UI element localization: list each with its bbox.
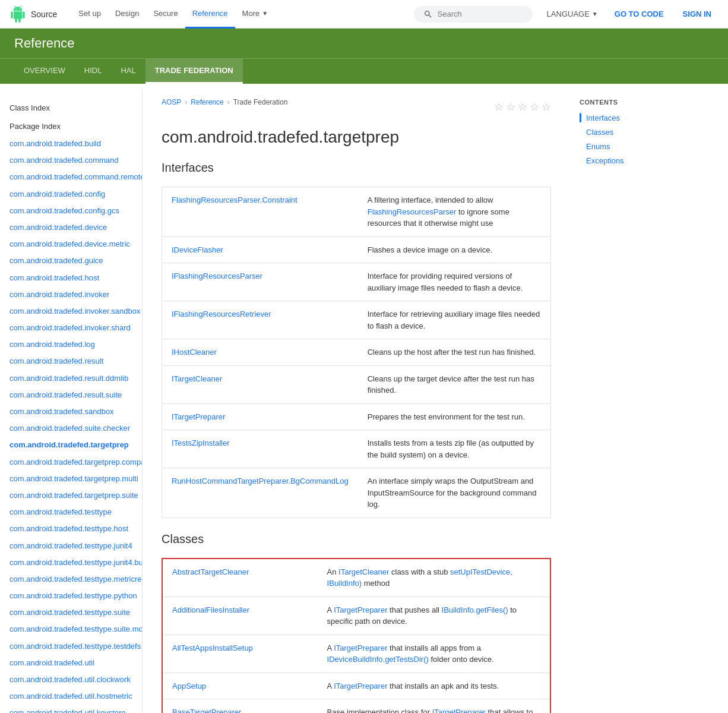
sidebar-item-host[interactable]: com.android.tradefed.host: [0, 270, 142, 286]
breadcrumb-aosp[interactable]: AOSP: [162, 98, 181, 106]
subnav-hidl[interactable]: HIDL: [75, 59, 112, 84]
subnav-overview[interactable]: OVERVIEW: [14, 59, 75, 84]
sidebar-item-util[interactable]: com.android.tradefed.util: [0, 655, 142, 671]
interface-link-runhostcommand[interactable]: RunHostCommandTargetPreparer.BgCommandLo…: [172, 477, 349, 485]
sidebar-item-config[interactable]: com.android.tradefed.config: [0, 186, 142, 203]
table-row: IFlashingResourcesRetriever Interface fo…: [162, 301, 551, 339]
interface-link-flashing-constraint[interactable]: FlashingResourcesParser.Constraint: [172, 195, 297, 204]
toc-classes[interactable]: Classes: [570, 125, 689, 139]
interface-link-iflashing-resources-parser[interactable]: IFlashingResourcesParser: [172, 272, 262, 280]
sidebar-item-invoker-sandbox[interactable]: com.android.tradefed.invoker.sandbox: [0, 303, 142, 320]
star-1[interactable]: ☆: [494, 100, 504, 113]
class-link-abstracttargetcleaner[interactable]: AbstractTargetCleaner: [172, 567, 249, 576]
sign-in-button[interactable]: SIGN IN: [676, 6, 718, 22]
toc-indicator-interfaces: [580, 113, 581, 122]
nav-secure[interactable]: Secure: [146, 0, 185, 29]
table-row: IDeviceFlasher Flashes a device image on…: [162, 236, 551, 263]
table-row: IHostCleaner Cleans up the host after th…: [162, 339, 551, 366]
sidebar-item-testtype-host[interactable]: com.android.tradefed.testtype.host: [0, 520, 142, 537]
logo[interactable]: Source: [10, 6, 57, 23]
sidebar-item-sandbox[interactable]: com.android.tradefed.sandbox: [0, 403, 142, 420]
sidebar-item-guice[interactable]: com.android.tradefed.guice: [0, 253, 142, 269]
inline-link-itargetpreparer-3[interactable]: ITargetPreparer: [334, 643, 387, 652]
right-sidebar: Contents Interfaces Classes Enums Except…: [570, 89, 689, 177]
sidebar-item-suite-checker[interactable]: com.android.tradefed.suite.checker: [0, 420, 142, 437]
breadcrumb-sep-2: ›: [227, 98, 230, 106]
sidebar-item-package-index[interactable]: Package Index: [0, 117, 142, 135]
interface-link-ideviceflasher[interactable]: IDeviceFlasher: [172, 245, 223, 254]
inline-link-itargetcleaner[interactable]: ITargetCleaner: [338, 567, 389, 576]
class-link-additionalfilesinstaller[interactable]: AdditionalFilesInstaller: [172, 605, 249, 614]
inline-link-idevicebuildinfo-gettestsdir[interactable]: IDeviceBuildInfo.getTestsDir(): [327, 655, 429, 664]
search-input[interactable]: [438, 10, 521, 18]
star-5[interactable]: ☆: [542, 100, 551, 113]
sidebar-item-device-metric[interactable]: com.android.tradefed.device.metric: [0, 236, 142, 253]
sidebar-item-testtype-junit4[interactable]: com.android.tradefed.testtype.junit4: [0, 538, 142, 554]
sidebar-item-invoker-shard[interactable]: com.android.tradefed.invoker.shard: [0, 320, 142, 336]
star-4[interactable]: ☆: [530, 100, 539, 113]
sidebar-item-result-ddmlib[interactable]: com.android.tradefed.result.ddmlib: [0, 370, 142, 387]
nav-more[interactable]: More ▼: [235, 0, 276, 29]
interface-desc-1: Flashes a device image on a device.: [358, 236, 551, 263]
toc-interfaces[interactable]: Interfaces: [570, 111, 689, 125]
interface-link-itestszipinstaller[interactable]: ITestsZipInstaller: [172, 438, 230, 447]
inline-link-itargetpreparer-4[interactable]: ITargetPreparer: [334, 682, 387, 690]
inline-link-ibuildinfogetfiles[interactable]: IBuildInfo.getFiles(): [442, 605, 508, 614]
sidebar-item-targetprep-companion[interactable]: com.android.tradefed.targetprep.companio…: [0, 454, 142, 471]
toc-indicator-enums: [580, 141, 581, 151]
sidebar-item-command[interactable]: com.android.tradefed.command: [0, 152, 142, 169]
inline-link-flashing-resources-parser[interactable]: FlashingResourcesParser: [368, 207, 457, 216]
sidebar-item-targetprep-suite[interactable]: com.android.tradefed.targetprep.suite: [0, 487, 142, 504]
language-button[interactable]: LANGUAGE ▼: [542, 6, 603, 22]
interface-link-itargetpreparer[interactable]: ITargetPreparer: [172, 412, 225, 421]
class-link-appsetup[interactable]: AppSetup: [172, 682, 206, 690]
toc-exceptions[interactable]: Exceptions: [570, 153, 689, 168]
sidebar-item-result[interactable]: com.android.tradefed.result: [0, 353, 142, 370]
inline-link-itargetpreparer-5[interactable]: ITargetPreparer: [432, 708, 486, 713]
interface-link-iflashing-resources-retriever[interactable]: IFlashingResourcesRetriever: [172, 310, 271, 318]
toc-indicator-classes: [580, 127, 581, 137]
toc-enums[interactable]: Enums: [570, 139, 689, 153]
subnav-trade-federation[interactable]: TRADE FEDERATION: [145, 59, 243, 84]
left-sidebar: Class Index Package Index com.android.tr…: [0, 89, 143, 713]
star-2[interactable]: ☆: [506, 100, 515, 113]
sidebar-item-testtype-junit4-builder[interactable]: com.android.tradefed.testtype.junit4.bui…: [0, 554, 142, 571]
breadcrumb-reference[interactable]: Reference: [191, 98, 223, 106]
subnav-hal[interactable]: HAL: [111, 59, 145, 84]
sidebar-item-class-index[interactable]: Class Index: [0, 99, 142, 117]
main-content: AOSP › Reference › Trade Federation ☆ ☆ …: [143, 84, 570, 713]
sidebar-item-testtype-suite-module[interactable]: com.android.tradefed.testtype.suite.modu…: [0, 621, 142, 638]
star-3[interactable]: ☆: [518, 100, 527, 113]
interface-desc-5: Cleans up the target device after the te…: [358, 365, 551, 403]
interface-link-itargetcleaner[interactable]: ITargetCleaner: [172, 374, 222, 383]
interface-desc-7: Installs tests from a tests zip file (as…: [358, 430, 551, 468]
sidebar-item-testtype[interactable]: com.android.tradefed.testtype: [0, 504, 142, 520]
nav-design[interactable]: Design: [108, 0, 146, 29]
sidebar-item-util-keystore[interactable]: com.android.tradefed.util.keystore: [0, 705, 142, 713]
sidebar-item-result-suite[interactable]: com.android.tradefed.result.suite: [0, 387, 142, 403]
sidebar-item-testtype-metricregression[interactable]: com.android.tradefed.testtype.metricregr…: [0, 571, 142, 588]
star-rating[interactable]: ☆ ☆ ☆ ☆ ☆: [494, 100, 551, 113]
sidebar-item-build[interactable]: com.android.tradefed.build: [0, 135, 142, 152]
sidebar-item-testtype-python[interactable]: com.android.tradefed.testtype.python: [0, 588, 142, 604]
class-link-alltestappsinstallsetup[interactable]: AllTestAppsInstallSetup: [172, 643, 253, 652]
sidebar-item-util-clockwork[interactable]: com.android.tradefed.util.clockwork: [0, 671, 142, 688]
sidebar-item-device[interactable]: com.android.tradefed.device: [0, 219, 142, 236]
sidebar-item-command-remote[interactable]: com.android.tradefed.command.remote: [0, 169, 142, 185]
nav-setup[interactable]: Set up: [71, 0, 108, 29]
sidebar-item-log[interactable]: com.android.tradefed.log: [0, 336, 142, 353]
inline-link-itargetpreparer-2[interactable]: ITargetPreparer: [334, 605, 387, 614]
nav-reference[interactable]: Reference: [185, 0, 235, 29]
sidebar-item-testtype-testdefs[interactable]: com.android.tradefed.testtype.testdefs: [0, 638, 142, 655]
interface-link-ihostcleaner[interactable]: IHostCleaner: [172, 348, 217, 356]
sidebar-item-targetprep[interactable]: com.android.tradefed.targetprep: [0, 437, 142, 453]
search-box[interactable]: [414, 6, 533, 23]
go-to-code-button[interactable]: GO TO CODE: [607, 6, 671, 22]
sidebar-item-util-hostmetric[interactable]: com.android.tradefed.util.hostmetric: [0, 688, 142, 705]
sidebar-item-invoker[interactable]: com.android.tradefed.invoker: [0, 286, 142, 303]
class-link-basetargetpreparer[interactable]: BaseTargetPreparer: [172, 708, 241, 713]
sidebar-item-targetprep-multi[interactable]: com.android.tradefed.targetprep.multi: [0, 471, 142, 487]
sidebar-item-testtype-suite[interactable]: com.android.tradefed.testtype.suite: [0, 604, 142, 621]
table-row: ITargetCleaner Cleans up the target devi…: [162, 365, 551, 403]
sidebar-item-config-gcs[interactable]: com.android.tradefed.config.gcs: [0, 203, 142, 219]
